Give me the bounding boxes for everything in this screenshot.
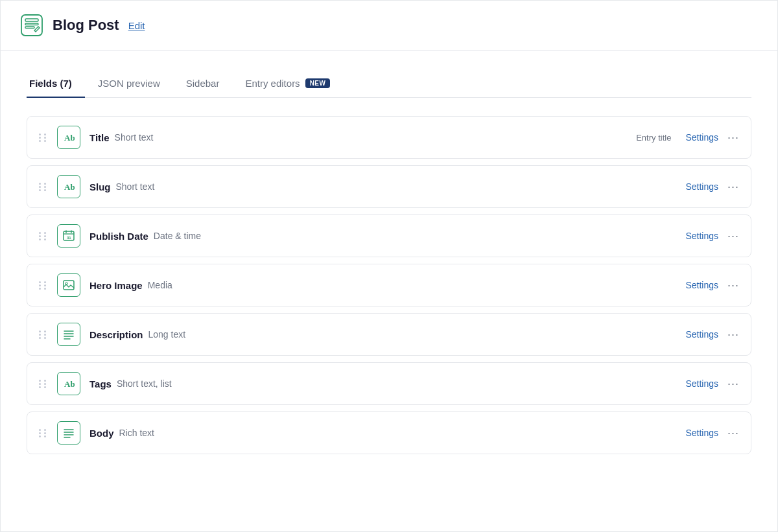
tab-json-preview[interactable]: JSON preview — [85, 71, 173, 98]
svg-rect-1 — [25, 19, 38, 21]
more-button-slug[interactable]: ··· — [727, 181, 739, 192]
field-icon-slug: Ab — [57, 175, 80, 198]
field-type-body: Rich text — [119, 428, 154, 438]
more-button-tags[interactable]: ··· — [727, 378, 739, 389]
field-row-hero-image: Hero Image Media Settings ··· — [27, 264, 751, 306]
svg-text:Ab: Ab — [64, 182, 75, 192]
settings-link-hero-image[interactable]: Settings — [685, 280, 718, 290]
tab-fields[interactable]: Fields (7) — [27, 71, 85, 98]
drag-handle[interactable] — [39, 330, 48, 339]
new-badge: NEW — [305, 78, 331, 88]
field-row-title: Ab Title Short text Entry title Settings… — [27, 116, 751, 159]
more-button-body[interactable]: ··· — [727, 427, 739, 439]
field-row-publish-date: 31 Publish Date Date & time Settings ··· — [27, 214, 751, 257]
drag-handle[interactable] — [39, 281, 48, 290]
field-type-hero-image: Media — [148, 280, 172, 290]
field-name-hero-image: Hero Image — [89, 280, 143, 291]
field-name-description: Description — [89, 329, 143, 340]
settings-link-publish-date[interactable]: Settings — [685, 231, 718, 241]
svg-text:Ab: Ab — [64, 133, 75, 143]
header: Blog Post Edit — [1, 1, 777, 51]
settings-link-title[interactable]: Settings — [685, 132, 718, 143]
more-button-hero-image[interactable]: ··· — [727, 279, 739, 291]
field-icon-body — [57, 421, 80, 445]
drag-handle[interactable] — [39, 183, 48, 191]
field-list: Ab Title Short text Entry title Settings… — [27, 116, 751, 454]
drag-handle[interactable] — [39, 133, 48, 142]
svg-rect-3 — [25, 27, 34, 29]
tab-sidebar[interactable]: Sidebar — [173, 71, 233, 98]
field-icon-description — [57, 323, 80, 346]
field-icon-tags: Ab — [57, 372, 80, 395]
field-icon-hero-image — [57, 273, 80, 297]
edit-link[interactable]: Edit — [128, 20, 145, 31]
main-content: Fields (7) JSON preview Sidebar Entry ed… — [1, 51, 777, 480]
settings-link-tags[interactable]: Settings — [685, 378, 718, 389]
field-type-description: Long text — [148, 329, 186, 340]
field-type-tags: Short text, list — [117, 378, 172, 389]
drag-handle[interactable] — [39, 429, 48, 437]
svg-text:Ab: Ab — [64, 379, 75, 389]
more-button-publish-date[interactable]: ··· — [727, 230, 739, 242]
field-row-body: Body Rich text Settings ··· — [27, 411, 751, 454]
svg-text:31: 31 — [67, 236, 71, 240]
page-title: Blog Post — [53, 17, 119, 34]
field-icon-title: Ab — [57, 126, 80, 149]
field-type-publish-date: Date & time — [154, 231, 201, 241]
app-container: Blog Post Edit Fields (7) JSON preview S… — [0, 0, 778, 532]
tab-entry-editors[interactable]: Entry editors NEW — [232, 71, 343, 98]
settings-link-body[interactable]: Settings — [685, 428, 718, 438]
field-icon-publish-date: 31 — [57, 224, 80, 248]
field-row-slug: Ab Slug Short text Settings ··· — [27, 165, 751, 208]
settings-link-description[interactable]: Settings — [685, 329, 718, 340]
field-name-publish-date: Publish Date — [89, 231, 148, 242]
field-name-title: Title — [89, 132, 110, 143]
field-name-slug: Slug — [89, 181, 111, 192]
more-button-title[interactable]: ··· — [727, 132, 739, 143]
field-row-tags: Ab Tags Short text, list Settings ··· — [27, 362, 751, 405]
drag-handle[interactable] — [39, 380, 48, 388]
blog-post-icon — [19, 12, 45, 38]
field-name-tags: Tags — [89, 378, 112, 389]
field-type-slug: Short text — [116, 181, 155, 192]
more-button-description[interactable]: ··· — [727, 329, 739, 340]
entry-title-label: Entry title — [636, 133, 671, 143]
field-type-title: Short text — [115, 132, 154, 143]
settings-link-slug[interactable]: Settings — [685, 181, 718, 192]
svg-point-12 — [65, 283, 67, 284]
drag-handle[interactable] — [39, 232, 48, 240]
svg-rect-2 — [25, 23, 38, 25]
field-name-body: Body — [89, 428, 114, 439]
tabs: Fields (7) JSON preview Sidebar Entry ed… — [27, 71, 751, 98]
field-row-description: Description Long text Settings ··· — [27, 313, 751, 356]
